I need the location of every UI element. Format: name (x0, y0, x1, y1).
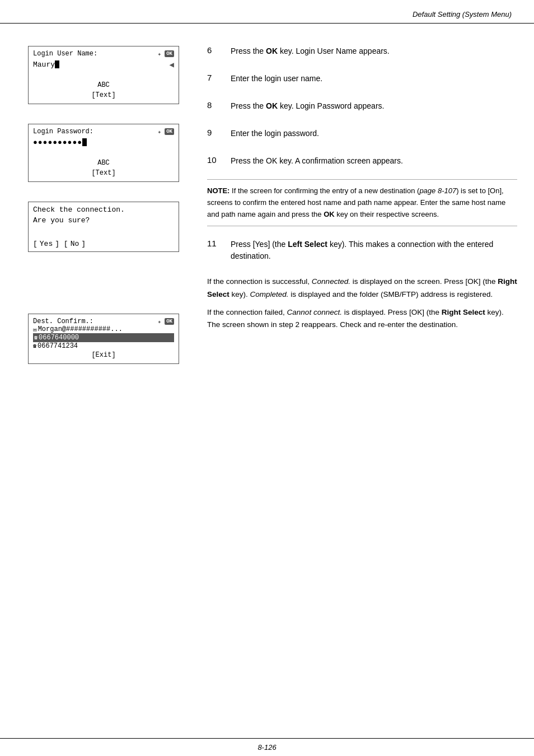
fax-icon-1: ☎ (34, 334, 38, 341)
step-7: 7 Enter the login user name. (207, 65, 517, 92)
login-user-title-row: Login User Name: ✦ OK (33, 50, 174, 58)
step-10-text: Press the OK key. A confirmation screen … (231, 155, 403, 167)
login-user-screen: Login User Name: ✦ OK Maury ◀ ABC [ Text… (28, 46, 179, 104)
step-7-number: 7 (207, 73, 224, 85)
dest-exit-button-row: [ Exit ] (33, 350, 174, 360)
step-6: 6 Press the OK key. Login User Name appe… (207, 38, 517, 65)
step-9-text: Enter the login password. (231, 128, 319, 139)
left-column: Login User Name: ✦ OK Maury ◀ ABC [ Text… (17, 35, 196, 364)
note-box: NOTE: If the screen for confirming the e… (207, 179, 517, 226)
pw-nav-icon: ✦ (158, 128, 162, 136)
scroll-indicator: ◀ (170, 60, 174, 69)
pw-cursor (82, 138, 87, 146)
page-footer: 8-126 (0, 738, 534, 756)
text-button-row: [ Text ] (33, 90, 174, 100)
step-11-number: 11 (207, 239, 224, 262)
step-11-text: Press [Yes] (the Left Select key). This … (231, 239, 517, 262)
page-number: 8-126 (257, 743, 276, 752)
login-user-value: Maury (33, 60, 59, 69)
check-blank (33, 227, 174, 237)
step-8-number: 8 (207, 100, 224, 112)
dest-confirm-screen: Dest. Confirm.: ✦ OK ✉ Morgan@##########… (28, 314, 179, 364)
lower-text-para2: If the connection failed, Cannot connect… (207, 306, 517, 332)
abc-row: ABC (33, 80, 174, 90)
dest-confirm-title: Dest. Confirm.: (33, 318, 93, 325)
note-label: NOTE: (207, 186, 229, 195)
dest-nav-icon: ✦ (158, 318, 162, 325)
pw-blank-row (33, 148, 174, 158)
page-header: Default Setting (System Menu) (0, 0, 534, 24)
login-password-input-row: ●●●●●●●●●● (33, 137, 174, 148)
login-password-screen: Login Password: ✦ OK ●●●●●●●●●● ABC [ Te… (28, 124, 179, 182)
check-line2: Are you sure? (33, 216, 174, 227)
dest-email-value: Morgan@###########... (38, 325, 123, 333)
step-7-text: Enter the login user name. (231, 73, 322, 85)
text-button-label: Text (96, 91, 112, 99)
ok-badge: OK (165, 50, 174, 57)
step-6-number: 6 (207, 45, 224, 57)
lower-text: If the connection is successful, Connect… (207, 276, 517, 331)
dest-confirm-title-row: Dest. Confirm.: ✦ OK (33, 318, 174, 325)
blank-row (33, 70, 174, 80)
no-button-bracket-close: ] (81, 240, 86, 248)
dest-fax1-value: 0667640000 (39, 334, 79, 342)
pw-text-button-label: Text (96, 169, 112, 177)
check-connection-screen: Check the connection. Are you sure? [ Ye… (28, 202, 179, 252)
dest-fax1-row-selected: ☎ 0667640000 (33, 333, 174, 342)
dest-ok-badge: OK (165, 318, 174, 325)
login-password-title-row: Login Password: ✦ OK (33, 128, 174, 136)
dest-exit-button[interactable]: Exit (96, 351, 112, 359)
yes-button[interactable]: Yes (40, 240, 53, 248)
right-column: 6 Press the OK key. Login User Name appe… (196, 35, 517, 364)
lower-text-para1: If the connection is successful, Connect… (207, 276, 517, 301)
pw-ok-badge: OK (165, 128, 174, 135)
yes-button-bracket-open: [ (33, 240, 38, 248)
login-user-controls: ✦ OK (158, 50, 174, 58)
pw-abc-row: ABC (33, 158, 174, 168)
fax-icon-2: ☎ (33, 343, 36, 349)
header-title: Default Setting (System Menu) (413, 10, 512, 18)
login-password-title: Login Password: (33, 128, 93, 136)
login-password-controls: ✦ OK (158, 128, 174, 136)
dest-email-row: ✉ Morgan@###########... (33, 325, 174, 333)
dest-fax2-value: 0667741234 (38, 342, 78, 350)
check-buttons-row: [ Yes ] [ No ] (33, 240, 174, 248)
step-8: 8 Press the OK key. Login Password appea… (207, 92, 517, 120)
pw-text-button-row: [ Text ] (33, 168, 174, 178)
step-9: 9 Enter the login password. (207, 120, 517, 147)
step-8-text: Press the OK key. Login Password appears… (231, 100, 384, 112)
step-10-number: 10 (207, 155, 224, 167)
step-9-number: 9 (207, 128, 224, 139)
dest-fax2-row: ☎ 0667741234 (33, 342, 174, 350)
step-6-text: Press the OK key. Login User Name appear… (231, 45, 390, 57)
main-content: Login User Name: ✦ OK Maury ◀ ABC [ Text… (0, 24, 534, 375)
cursor (55, 60, 59, 68)
email-icon: ✉ (33, 326, 37, 333)
password-dots: ●●●●●●●●●● (33, 138, 87, 147)
step-11: 11 Press [Yes] (the Left Select key). Th… (207, 231, 517, 270)
step-10: 10 Press the OK key. A confirmation scre… (207, 147, 517, 175)
right-col-inner: 6 Press the OK key. Login User Name appe… (207, 35, 517, 337)
login-user-title: Login User Name: (33, 50, 97, 58)
check-line1: Check the connection. (33, 206, 174, 216)
nav-icon: ✦ (158, 50, 162, 58)
note-text: If the screen for confirming the entry o… (207, 186, 505, 218)
no-button[interactable]: No (71, 240, 79, 248)
login-user-input-row: Maury ◀ (33, 59, 174, 70)
dest-confirm-controls: ✦ OK (158, 318, 174, 325)
yes-button-bracket-close: ] [ (55, 240, 68, 248)
